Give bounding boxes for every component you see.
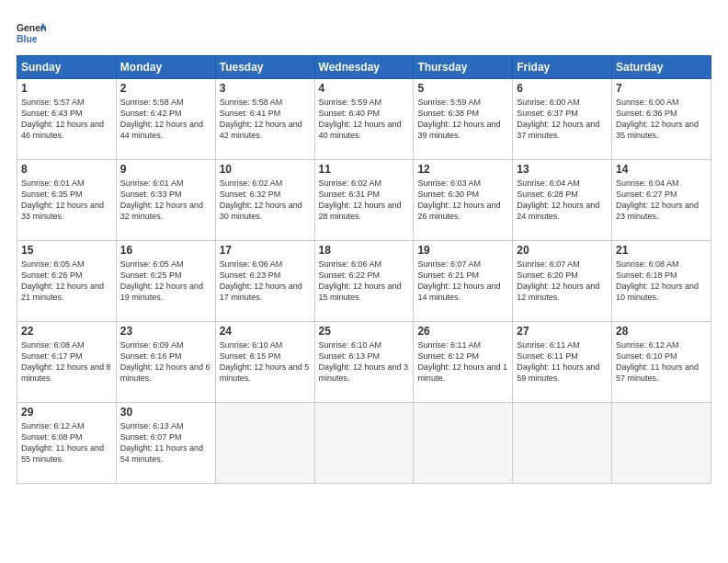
day-number: 3 <box>220 82 311 95</box>
cell-content: Sunrise: 6:08 AMSunset: 6:18 PMDaylight:… <box>616 259 699 302</box>
day-number: 10 <box>220 163 311 176</box>
calendar-cell: 4Sunrise: 5:59 AMSunset: 6:40 PMDaylight… <box>314 79 414 160</box>
calendar-cell <box>513 403 612 484</box>
cell-content: Sunrise: 6:02 AMSunset: 6:32 PMDaylight:… <box>220 178 302 221</box>
cell-content: Sunrise: 6:06 AMSunset: 6:23 PMDaylight:… <box>220 259 302 302</box>
calendar-cell: 1Sunrise: 5:57 AMSunset: 6:43 PMDaylight… <box>17 79 117 160</box>
day-number: 24 <box>220 325 311 338</box>
cell-content: Sunrise: 6:07 AMSunset: 6:20 PMDaylight:… <box>517 259 599 302</box>
cell-content: Sunrise: 6:00 AMSunset: 6:36 PMDaylight:… <box>616 98 699 140</box>
day-number: 2 <box>120 82 211 95</box>
calendar-cell <box>414 403 513 484</box>
cell-content: Sunrise: 6:13 AMSunset: 6:07 PMDaylight:… <box>120 421 203 464</box>
weekday-header: Monday <box>116 56 215 79</box>
day-number: 16 <box>120 244 211 257</box>
cell-content: Sunrise: 6:05 AMSunset: 6:26 PMDaylight:… <box>21 259 104 302</box>
cell-content: Sunrise: 6:02 AMSunset: 6:31 PMDaylight:… <box>319 178 402 221</box>
cell-content: Sunrise: 6:00 AMSunset: 6:37 PMDaylight:… <box>517 98 599 140</box>
cell-content: Sunrise: 6:11 AMSunset: 6:11 PMDaylight:… <box>517 340 599 383</box>
logo: General Blue <box>17 18 50 48</box>
calendar-week-row: 29Sunrise: 6:12 AMSunset: 6:08 PMDayligh… <box>17 403 711 484</box>
day-number: 6 <box>517 82 608 95</box>
weekday-header: Sunday <box>17 56 117 79</box>
day-number: 14 <box>616 163 707 176</box>
calendar-cell: 28Sunrise: 6:12 AMSunset: 6:10 PMDayligh… <box>612 322 711 403</box>
calendar-week-row: 1Sunrise: 5:57 AMSunset: 6:43 PMDaylight… <box>17 79 711 160</box>
cell-content: Sunrise: 6:10 AMSunset: 6:13 PMDaylight:… <box>319 340 409 383</box>
cell-content: Sunrise: 6:11 AMSunset: 6:12 PMDaylight:… <box>417 340 507 383</box>
calendar-cell: 8Sunrise: 6:01 AMSunset: 6:35 PMDaylight… <box>17 160 117 241</box>
cell-content: Sunrise: 6:01 AMSunset: 6:35 PMDaylight:… <box>21 178 104 221</box>
calendar-cell: 16Sunrise: 6:05 AMSunset: 6:25 PMDayligh… <box>116 241 215 322</box>
day-number: 25 <box>319 325 410 338</box>
day-number: 21 <box>616 244 707 257</box>
svg-text:Blue: Blue <box>17 34 38 44</box>
calendar-cell: 15Sunrise: 6:05 AMSunset: 6:26 PMDayligh… <box>17 241 117 322</box>
day-number: 22 <box>21 325 112 338</box>
weekday-header: Tuesday <box>215 56 314 79</box>
cell-content: Sunrise: 5:58 AMSunset: 6:41 PMDaylight:… <box>220 98 302 140</box>
calendar-week-row: 8Sunrise: 6:01 AMSunset: 6:35 PMDaylight… <box>17 160 711 241</box>
cell-content: Sunrise: 6:05 AMSunset: 6:25 PMDaylight:… <box>120 259 203 302</box>
day-number: 13 <box>517 163 608 176</box>
calendar-cell: 19Sunrise: 6:07 AMSunset: 6:21 PMDayligh… <box>414 241 513 322</box>
calendar-cell: 12Sunrise: 6:03 AMSunset: 6:30 PMDayligh… <box>414 160 513 241</box>
day-number: 17 <box>220 244 311 257</box>
calendar-cell: 13Sunrise: 6:04 AMSunset: 6:28 PMDayligh… <box>513 160 612 241</box>
cell-content: Sunrise: 5:58 AMSunset: 6:42 PMDaylight:… <box>120 98 203 140</box>
day-number: 29 <box>21 406 112 419</box>
calendar-cell: 20Sunrise: 6:07 AMSunset: 6:20 PMDayligh… <box>513 241 612 322</box>
page: General Blue SundayMondayTuesdayWednesda… <box>0 0 728 563</box>
cell-content: Sunrise: 6:04 AMSunset: 6:27 PMDaylight:… <box>616 178 699 221</box>
calendar-week-row: 22Sunrise: 6:08 AMSunset: 6:17 PMDayligh… <box>17 322 711 403</box>
calendar-cell: 2Sunrise: 5:58 AMSunset: 6:42 PMDaylight… <box>116 79 215 160</box>
weekday-header: Thursday <box>414 56 513 79</box>
cell-content: Sunrise: 6:12 AMSunset: 6:08 PMDaylight:… <box>21 421 104 464</box>
logo-icon: General Blue <box>17 18 46 48</box>
calendar-cell: 9Sunrise: 6:01 AMSunset: 6:33 PMDaylight… <box>116 160 215 241</box>
day-number: 12 <box>417 163 508 176</box>
calendar-cell: 29Sunrise: 6:12 AMSunset: 6:08 PMDayligh… <box>17 403 117 484</box>
cell-content: Sunrise: 6:12 AMSunset: 6:10 PMDaylight:… <box>616 340 699 383</box>
calendar-cell <box>314 403 414 484</box>
cell-content: Sunrise: 5:59 AMSunset: 6:38 PMDaylight:… <box>417 98 500 140</box>
cell-content: Sunrise: 6:07 AMSunset: 6:21 PMDaylight:… <box>417 259 500 302</box>
cell-content: Sunrise: 6:04 AMSunset: 6:28 PMDaylight:… <box>517 178 599 221</box>
cell-content: Sunrise: 6:03 AMSunset: 6:30 PMDaylight:… <box>417 178 500 221</box>
calendar-cell <box>612 403 711 484</box>
day-number: 11 <box>319 163 410 176</box>
cell-content: Sunrise: 5:59 AMSunset: 6:40 PMDaylight:… <box>319 98 402 140</box>
cell-content: Sunrise: 6:10 AMSunset: 6:15 PMDaylight:… <box>220 340 310 383</box>
day-number: 8 <box>21 163 112 176</box>
calendar-header-row: SundayMondayTuesdayWednesdayThursdayFrid… <box>17 56 711 79</box>
calendar-cell: 25Sunrise: 6:10 AMSunset: 6:13 PMDayligh… <box>314 322 414 403</box>
calendar-cell: 27Sunrise: 6:11 AMSunset: 6:11 PMDayligh… <box>513 322 612 403</box>
calendar-cell: 10Sunrise: 6:02 AMSunset: 6:32 PMDayligh… <box>215 160 314 241</box>
calendar-cell: 23Sunrise: 6:09 AMSunset: 6:16 PMDayligh… <box>116 322 215 403</box>
day-number: 20 <box>517 244 608 257</box>
cell-content: Sunrise: 6:09 AMSunset: 6:16 PMDaylight:… <box>120 340 210 383</box>
calendar-cell: 21Sunrise: 6:08 AMSunset: 6:18 PMDayligh… <box>612 241 711 322</box>
calendar-cell: 7Sunrise: 6:00 AMSunset: 6:36 PMDaylight… <box>612 79 711 160</box>
day-number: 1 <box>21 82 112 95</box>
weekday-header: Saturday <box>612 56 711 79</box>
calendar-cell <box>215 403 314 484</box>
calendar-cell: 17Sunrise: 6:06 AMSunset: 6:23 PMDayligh… <box>215 241 314 322</box>
day-number: 9 <box>120 163 211 176</box>
weekday-header: Wednesday <box>314 56 414 79</box>
day-number: 7 <box>616 82 707 95</box>
day-number: 18 <box>319 244 410 257</box>
calendar-cell: 3Sunrise: 5:58 AMSunset: 6:41 PMDaylight… <box>215 79 314 160</box>
calendar-week-row: 15Sunrise: 6:05 AMSunset: 6:26 PMDayligh… <box>17 241 711 322</box>
day-number: 30 <box>120 406 211 419</box>
cell-content: Sunrise: 5:57 AMSunset: 6:43 PMDaylight:… <box>21 98 104 140</box>
day-number: 28 <box>616 325 707 338</box>
weekday-header: Friday <box>513 56 612 79</box>
calendar-cell: 30Sunrise: 6:13 AMSunset: 6:07 PMDayligh… <box>116 403 215 484</box>
day-number: 19 <box>417 244 508 257</box>
calendar-cell: 14Sunrise: 6:04 AMSunset: 6:27 PMDayligh… <box>612 160 711 241</box>
day-number: 23 <box>120 325 211 338</box>
calendar-table: SundayMondayTuesdayWednesdayThursdayFrid… <box>17 55 711 484</box>
calendar-cell: 18Sunrise: 6:06 AMSunset: 6:22 PMDayligh… <box>314 241 414 322</box>
cell-content: Sunrise: 6:01 AMSunset: 6:33 PMDaylight:… <box>120 178 203 221</box>
